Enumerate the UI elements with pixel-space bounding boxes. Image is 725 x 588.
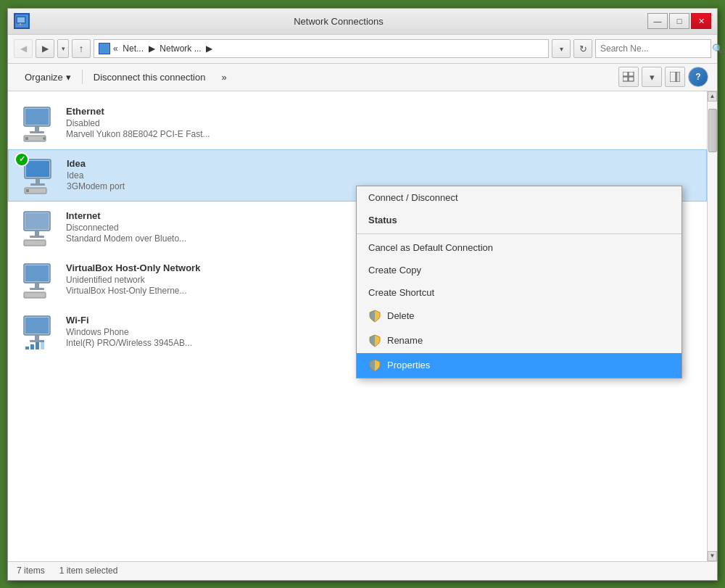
svg-rect-32 (30, 288, 44, 290)
ctx-properties[interactable]: Properties (357, 353, 682, 378)
ctx-connect-label: Connect / Disconnect (368, 192, 458, 203)
nav-dropdown[interactable]: ▾ (57, 39, 69, 58)
svg-rect-7 (629, 77, 634, 81)
connection-item-ethernet[interactable]: Ethernet Disabled Marvell Yukon 88E8042 … (8, 97, 707, 149)
ethernet-status: Disabled (66, 118, 698, 128)
context-menu: Connect / Disconnect Status Cancel as De… (356, 186, 682, 378)
svg-rect-31 (35, 283, 39, 289)
toolbar: Organize ▾ Disconnect this connection » … (8, 64, 717, 91)
path-icon (99, 43, 110, 54)
ctx-delete[interactable]: Delete (357, 304, 682, 328)
up-button[interactable]: ↑ (72, 39, 91, 58)
ctx-properties-label: Properties (387, 360, 430, 370)
window-title: Network Connections (30, 16, 647, 27)
ctx-rename-label: Rename (387, 335, 423, 346)
ctx-create-shortcut[interactable]: Create Shortcut (357, 281, 682, 304)
toolbar-separator (82, 70, 83, 84)
properties-shield-icon (368, 359, 381, 372)
ctx-connect[interactable]: Connect / Disconnect (357, 186, 682, 209)
scroll-down[interactable]: ▼ (708, 551, 717, 561)
back-button[interactable]: ◀ (14, 39, 33, 58)
ctx-status[interactable]: Status (357, 209, 682, 231)
status-bar: 7 items 1 item selected (8, 561, 717, 580)
svg-rect-21 (30, 183, 45, 186)
svg-rect-39 (30, 344, 34, 349)
ctx-sep-1 (357, 233, 682, 234)
svg-rect-23 (26, 189, 29, 192)
internet-icon (17, 207, 57, 248)
idea-icon: ✓ (17, 155, 58, 196)
title-bar-buttons: — □ ✕ (647, 13, 711, 29)
ctx-status-label: Status (368, 215, 397, 225)
svg-rect-5 (623, 77, 628, 81)
title-bar: Network Connections — □ ✕ (8, 9, 717, 35)
forward-button[interactable]: ▶ (36, 39, 54, 58)
maximize-button[interactable]: □ (669, 13, 689, 29)
ctx-cancel-default-label: Cancel as Default Connection (368, 242, 493, 253)
svg-rect-8 (670, 72, 676, 82)
ethernet-name: Ethernet (66, 106, 698, 117)
title-bar-left (14, 13, 30, 29)
svg-rect-33 (24, 292, 46, 298)
window-icon (14, 13, 30, 29)
ethernet-detail: Marvell Yukon 88E8042 PCI-E Fast... (66, 129, 698, 139)
scroll-thumb[interactable] (708, 109, 717, 152)
ctx-create-copy[interactable]: Create Copy (357, 259, 682, 281)
svg-rect-1 (17, 17, 25, 22)
scroll-track[interactable] (708, 102, 717, 551)
svg-rect-35 (25, 318, 49, 334)
main-window: Network Connections — □ ✕ ◀ ▶ ▾ ↑ « Net.… (7, 8, 718, 581)
svg-rect-16 (25, 137, 28, 140)
preview-pane-button[interactable] (665, 67, 685, 87)
virtualbox-icon (17, 260, 57, 300)
item-count: 7 items (17, 566, 45, 576)
ctx-delete-label: Delete (387, 310, 415, 321)
search-input[interactable] (600, 44, 709, 54)
svg-rect-20 (36, 178, 40, 184)
svg-rect-4 (623, 72, 628, 76)
ctx-create-copy-label: Create Copy (368, 265, 421, 276)
search-box[interactable]: 🔍 (595, 39, 711, 58)
svg-rect-36 (35, 335, 39, 341)
close-button[interactable]: ✕ (691, 13, 711, 29)
help-button[interactable]: ? (688, 67, 708, 87)
svg-rect-14 (30, 131, 44, 133)
view-details-button[interactable] (618, 67, 639, 87)
rename-shield-icon (368, 334, 381, 347)
path-text: « Net... ▶ Network ... ▶ (113, 44, 212, 54)
ctx-create-shortcut-label: Create Shortcut (368, 287, 434, 298)
connected-badge: ✓ (14, 152, 29, 167)
address-path[interactable]: « Net... ▶ Network ... ▶ (94, 39, 549, 58)
svg-rect-9 (676, 72, 680, 82)
content-area: Ethernet Disabled Marvell Yukon 88E8042 … (8, 91, 717, 561)
disconnect-button[interactable]: Disconnect this connection (86, 67, 214, 87)
ethernet-info: Ethernet Disabled Marvell Yukon 88E8042 … (66, 106, 698, 140)
svg-rect-13 (35, 126, 39, 132)
address-dropdown[interactable]: ▾ (552, 39, 571, 58)
svg-point-17 (43, 137, 46, 140)
scrollbar[interactable]: ▲ ▼ (707, 91, 717, 561)
view-dropdown-button[interactable]: ▾ (642, 67, 662, 87)
svg-rect-6 (629, 72, 634, 76)
selection-info: 1 item selected (59, 566, 118, 576)
wifi-icon (17, 312, 57, 352)
svg-rect-3 (18, 25, 22, 25)
svg-rect-19 (26, 161, 49, 177)
organize-button[interactable]: Organize ▾ (17, 67, 79, 87)
refresh-button[interactable]: ↻ (573, 39, 592, 58)
more-button[interactable]: » (213, 67, 234, 87)
idea-name: Idea (67, 158, 697, 169)
ctx-rename[interactable]: Rename (357, 328, 682, 353)
ethernet-icon (17, 103, 57, 144)
minimize-button[interactable]: — (647, 13, 668, 29)
svg-rect-40 (36, 342, 39, 349)
svg-rect-38 (25, 347, 29, 349)
ctx-cancel-default[interactable]: Cancel as Default Connection (357, 236, 682, 259)
idea-status: Idea (67, 170, 697, 181)
svg-rect-11 (25, 109, 49, 125)
svg-rect-41 (41, 340, 44, 349)
svg-rect-26 (35, 231, 39, 236)
scroll-up[interactable]: ▲ (708, 91, 717, 102)
delete-shield-icon (368, 310, 381, 323)
svg-rect-27 (30, 236, 44, 238)
